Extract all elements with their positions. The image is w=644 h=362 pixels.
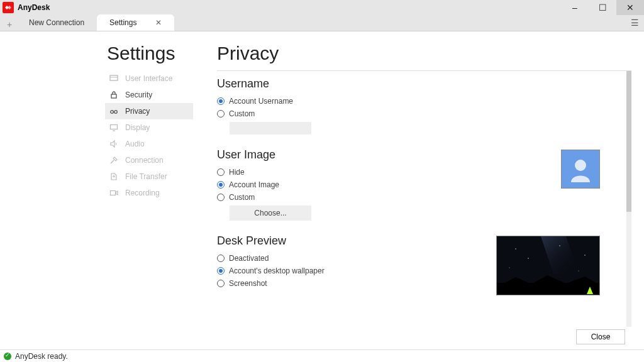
titlebar: AnyDesk – ☐ ✕ <box>0 0 644 15</box>
glasses-icon <box>109 106 119 116</box>
svg-point-5 <box>111 111 114 114</box>
svg-rect-13 <box>111 191 116 195</box>
svg-marker-10 <box>111 141 114 147</box>
scrollbar-thumb[interactable] <box>626 71 631 212</box>
sidebar-item-connection[interactable]: Connection <box>105 152 193 168</box>
tab-bar: + New Connection Settings ✕ ☰ <box>0 15 644 31</box>
sidebar-item-label: File Transfer <box>125 172 167 181</box>
app-logo-icon <box>3 2 14 13</box>
sidebar-item-file-transfer[interactable]: File Transfer <box>105 168 193 185</box>
radio-icon <box>217 97 225 105</box>
desk-preview-section: Desk Preview Deactivated Account's deskt… <box>217 234 625 288</box>
svg-point-6 <box>114 111 118 114</box>
custom-username-input <box>230 122 311 134</box>
hamburger-menu-icon[interactable]: ☰ <box>631 18 639 28</box>
sidebar-item-label: User Interface <box>125 74 172 83</box>
new-tab-button[interactable]: + <box>3 18 16 31</box>
sidebar-item-user-interface[interactable]: User Interface <box>105 70 193 87</box>
radio-icon <box>217 181 225 189</box>
svg-point-23 <box>584 255 585 255</box>
username-section: Username Account Username Custom <box>217 77 625 134</box>
status-ok-icon <box>4 353 11 360</box>
svg-rect-2 <box>110 75 118 80</box>
settings-nav-column: Settings User InterfaceSecurityPrivacyDi… <box>94 43 217 362</box>
user-image-section: User Image Hide Account Image Custom Cho… <box>217 148 625 221</box>
status-text: AnyDesk ready. <box>15 352 68 361</box>
radio-label: Account Username <box>229 97 293 106</box>
radio-icon <box>217 110 225 118</box>
section-title-username: Username <box>217 77 625 90</box>
radio-label: Account's desktop wallpaper <box>229 266 325 275</box>
maximize-button[interactable]: ☐ <box>589 0 616 15</box>
settings-heading: Settings <box>107 43 217 64</box>
tab-new-connection[interactable]: New Connection <box>16 14 97 31</box>
radio-label: Screenshot <box>229 279 267 288</box>
scrollbar-track[interactable] <box>626 71 631 327</box>
radio-label: Custom <box>229 193 255 202</box>
radio-icon <box>217 194 225 201</box>
choose-image-button[interactable]: Choose... <box>230 206 311 221</box>
sidebar-item-label: Display <box>125 123 150 132</box>
radio-account-username[interactable]: Account Username <box>217 97 625 106</box>
svg-marker-1 <box>8 6 11 9</box>
svg-line-11 <box>111 160 114 163</box>
radio-icon <box>217 267 225 275</box>
sidebar-item-label: Audio <box>125 140 145 148</box>
scroll-area: Username Account Username Custom User Im… <box>217 70 631 362</box>
radio-custom-image[interactable]: Custom <box>217 193 625 202</box>
svg-point-20 <box>515 248 516 249</box>
settings-nav: User InterfaceSecurityPrivacyDisplayAudi… <box>105 70 193 201</box>
lock-icon <box>109 90 119 100</box>
sidebar-item-label: Recording <box>125 189 160 197</box>
svg-point-22 <box>559 245 560 246</box>
tab-close-icon[interactable]: ✕ <box>155 18 162 27</box>
sidebar-item-security[interactable]: Security <box>105 87 193 103</box>
radio-icon <box>217 280 225 287</box>
window-controls: – ☐ ✕ <box>561 0 644 15</box>
svg-point-21 <box>528 258 528 258</box>
sidebar-item-label: Privacy <box>125 107 150 116</box>
rec-icon <box>109 188 119 198</box>
svg-point-25 <box>578 270 579 271</box>
minimize-button[interactable]: – <box>561 0 589 15</box>
svg-point-24 <box>509 267 509 268</box>
status-bar: AnyDesk ready. <box>0 349 644 362</box>
radio-custom-username[interactable]: Custom <box>217 109 625 118</box>
sidebar-item-recording[interactable]: Recording <box>105 185 193 201</box>
main-panel: Privacy Username Account Username Custom… <box>217 43 644 362</box>
radio-icon <box>217 168 225 176</box>
svg-rect-8 <box>111 125 118 129</box>
radio-label: Deactivated <box>229 254 269 263</box>
sidebar-item-display[interactable]: Display <box>105 119 193 136</box>
sidebar-item-label: Connection <box>125 156 164 165</box>
close-window-button[interactable]: ✕ <box>616 0 644 15</box>
svg-marker-14 <box>116 191 118 195</box>
tab-settings[interactable]: Settings ✕ <box>97 14 174 31</box>
file-icon <box>109 172 119 182</box>
wallpaper-preview <box>496 236 600 295</box>
app-title: AnyDesk <box>18 3 50 12</box>
sidebar-item-privacy[interactable]: Privacy <box>105 103 193 119</box>
radio-icon <box>217 255 225 262</box>
avatar-preview <box>561 150 600 189</box>
svg-point-15 <box>575 160 586 171</box>
speaker-icon <box>109 139 119 149</box>
page-title: Privacy <box>217 43 644 64</box>
content-area: Settings User InterfaceSecurityPrivacyDi… <box>0 31 644 362</box>
tab-label: New Connection <box>29 18 84 27</box>
close-button[interactable]: Close <box>576 329 625 344</box>
tab-label: Settings <box>109 18 136 27</box>
monitor-icon <box>109 123 119 133</box>
sidebar-item-label: Security <box>125 90 152 99</box>
sidebar-item-audio[interactable]: Audio <box>105 136 193 152</box>
radio-label: Custom <box>229 109 255 118</box>
radio-label: Account Image <box>229 180 279 189</box>
plug-icon <box>109 155 119 165</box>
svg-rect-4 <box>111 94 116 98</box>
radio-label: Hide <box>229 168 245 177</box>
ui-icon <box>109 74 119 84</box>
